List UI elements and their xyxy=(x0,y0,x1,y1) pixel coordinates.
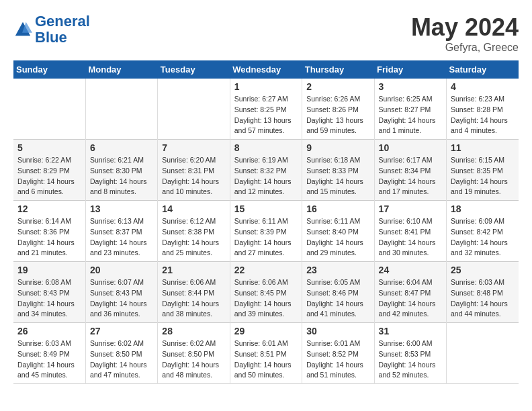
day-info: Sunrise: 6:04 AM Sunset: 8:47 PM Dayligh… xyxy=(379,277,443,320)
day-number: 26 xyxy=(17,326,83,336)
day-number: 2 xyxy=(306,81,371,92)
calendar-cell: 9Sunrise: 6:18 AM Sunset: 8:33 PM Daylig… xyxy=(302,140,374,201)
day-info: Sunrise: 6:03 AM Sunset: 8:49 PM Dayligh… xyxy=(17,338,83,381)
day-info: Sunrise: 6:00 AM Sunset: 8:53 PM Dayligh… xyxy=(379,338,443,381)
calendar-cell: 11Sunrise: 6:15 AM Sunset: 8:35 PM Dayli… xyxy=(447,140,519,201)
calendar-table: SundayMondayTuesdayWednesdayThursdayFrid… xyxy=(13,60,519,384)
day-number: 8 xyxy=(234,142,299,153)
logo-icon xyxy=(13,20,32,39)
column-header-wednesday: Wednesday xyxy=(230,60,302,79)
day-info: Sunrise: 6:20 AM Sunset: 8:31 PM Dayligh… xyxy=(162,155,226,197)
day-number: 19 xyxy=(17,265,83,275)
day-info: Sunrise: 6:14 AM Sunset: 8:36 PM Dayligh… xyxy=(17,216,83,259)
day-number: 5 xyxy=(17,142,83,153)
day-info: Sunrise: 6:15 AM Sunset: 8:35 PM Dayligh… xyxy=(451,155,516,197)
day-info: Sunrise: 6:05 AM Sunset: 8:46 PM Dayligh… xyxy=(306,277,371,320)
week-row-4: 19Sunrise: 6:08 AM Sunset: 8:43 PM Dayli… xyxy=(13,262,519,323)
day-number: 18 xyxy=(451,203,516,214)
day-number: 29 xyxy=(234,326,299,336)
day-number: 21 xyxy=(162,265,226,275)
calendar-cell: 6Sunrise: 6:21 AM Sunset: 8:30 PM Daylig… xyxy=(85,140,157,201)
day-info: Sunrise: 6:19 AM Sunset: 8:32 PM Dayligh… xyxy=(234,155,299,197)
day-info: Sunrise: 6:06 AM Sunset: 8:45 PM Dayligh… xyxy=(234,277,299,320)
week-row-2: 5Sunrise: 6:22 AM Sunset: 8:29 PM Daylig… xyxy=(13,140,519,201)
day-info: Sunrise: 6:22 AM Sunset: 8:29 PM Dayligh… xyxy=(17,155,83,197)
calendar-cell xyxy=(447,323,519,384)
day-number: 1 xyxy=(234,81,299,92)
calendar-cell: 1Sunrise: 6:27 AM Sunset: 8:25 PM Daylig… xyxy=(230,79,302,140)
month-year-title: May 2024 xyxy=(411,13,519,42)
day-number: 6 xyxy=(90,142,154,153)
calendar-cell: 25Sunrise: 6:03 AM Sunset: 8:48 PM Dayli… xyxy=(447,262,519,323)
calendar-cell: 4Sunrise: 6:23 AM Sunset: 8:28 PM Daylig… xyxy=(447,79,519,140)
day-number: 12 xyxy=(17,203,83,214)
title-block: May 2024 Gefyra, Greece xyxy=(411,13,519,54)
day-number: 27 xyxy=(90,326,154,336)
day-info: Sunrise: 6:09 AM Sunset: 8:42 PM Dayligh… xyxy=(451,216,516,259)
calendar-header-row: SundayMondayTuesdayWednesdayThursdayFrid… xyxy=(13,60,519,79)
calendar-cell: 23Sunrise: 6:05 AM Sunset: 8:46 PM Dayli… xyxy=(302,262,374,323)
calendar-cell: 28Sunrise: 6:02 AM Sunset: 8:50 PM Dayli… xyxy=(158,323,230,384)
day-info: Sunrise: 6:23 AM Sunset: 8:28 PM Dayligh… xyxy=(451,94,516,136)
day-number: 3 xyxy=(379,81,443,92)
calendar-cell: 31Sunrise: 6:00 AM Sunset: 8:53 PM Dayli… xyxy=(374,323,446,384)
location-subtitle: Gefyra, Greece xyxy=(411,42,519,54)
calendar-cell: 18Sunrise: 6:09 AM Sunset: 8:42 PM Dayli… xyxy=(447,201,519,262)
column-header-sunday: Sunday xyxy=(13,60,85,79)
calendar-cell: 13Sunrise: 6:13 AM Sunset: 8:37 PM Dayli… xyxy=(85,201,157,262)
week-row-3: 12Sunrise: 6:14 AM Sunset: 8:36 PM Dayli… xyxy=(13,201,519,262)
calendar-cell: 16Sunrise: 6:11 AM Sunset: 8:40 PM Dayli… xyxy=(302,201,374,262)
calendar-cell: 12Sunrise: 6:14 AM Sunset: 8:36 PM Dayli… xyxy=(13,201,85,262)
calendar-cell xyxy=(158,79,230,140)
calendar-cell: 20Sunrise: 6:07 AM Sunset: 8:43 PM Dayli… xyxy=(85,262,157,323)
calendar-cell: 15Sunrise: 6:11 AM Sunset: 8:39 PM Dayli… xyxy=(230,201,302,262)
calendar-cell: 7Sunrise: 6:20 AM Sunset: 8:31 PM Daylig… xyxy=(158,140,230,201)
day-info: Sunrise: 6:21 AM Sunset: 8:30 PM Dayligh… xyxy=(90,155,154,197)
day-info: Sunrise: 6:01 AM Sunset: 8:51 PM Dayligh… xyxy=(234,338,299,381)
calendar-cell: 22Sunrise: 6:06 AM Sunset: 8:45 PM Dayli… xyxy=(230,262,302,323)
calendar-cell: 17Sunrise: 6:10 AM Sunset: 8:41 PM Dayli… xyxy=(374,201,446,262)
calendar-cell: 14Sunrise: 6:12 AM Sunset: 8:38 PM Dayli… xyxy=(158,201,230,262)
day-info: Sunrise: 6:07 AM Sunset: 8:43 PM Dayligh… xyxy=(90,277,154,320)
day-info: Sunrise: 6:11 AM Sunset: 8:40 PM Dayligh… xyxy=(306,216,371,259)
week-row-1: 1Sunrise: 6:27 AM Sunset: 8:25 PM Daylig… xyxy=(13,79,519,140)
day-number: 10 xyxy=(379,142,443,153)
day-info: Sunrise: 6:17 AM Sunset: 8:34 PM Dayligh… xyxy=(379,155,443,197)
day-number: 25 xyxy=(451,265,516,275)
day-info: Sunrise: 6:11 AM Sunset: 8:39 PM Dayligh… xyxy=(234,216,299,259)
day-info: Sunrise: 6:06 AM Sunset: 8:44 PM Dayligh… xyxy=(162,277,226,320)
day-info: Sunrise: 6:27 AM Sunset: 8:25 PM Dayligh… xyxy=(234,94,299,136)
day-info: Sunrise: 6:03 AM Sunset: 8:48 PM Dayligh… xyxy=(451,277,516,320)
day-number: 14 xyxy=(162,203,226,214)
calendar-cell: 19Sunrise: 6:08 AM Sunset: 8:43 PM Dayli… xyxy=(13,262,85,323)
day-number: 11 xyxy=(451,142,516,153)
day-info: Sunrise: 6:25 AM Sunset: 8:27 PM Dayligh… xyxy=(379,94,443,136)
day-number: 30 xyxy=(306,326,371,336)
calendar-cell: 8Sunrise: 6:19 AM Sunset: 8:32 PM Daylig… xyxy=(230,140,302,201)
day-number: 13 xyxy=(90,203,154,214)
day-info: Sunrise: 6:02 AM Sunset: 8:50 PM Dayligh… xyxy=(162,338,226,381)
logo: General Blue xyxy=(13,13,90,46)
calendar-cell: 5Sunrise: 6:22 AM Sunset: 8:29 PM Daylig… xyxy=(13,140,85,201)
calendar-cell: 10Sunrise: 6:17 AM Sunset: 8:34 PM Dayli… xyxy=(374,140,446,201)
day-info: Sunrise: 6:13 AM Sunset: 8:37 PM Dayligh… xyxy=(90,216,154,259)
day-info: Sunrise: 6:18 AM Sunset: 8:33 PM Dayligh… xyxy=(306,155,371,197)
day-info: Sunrise: 6:26 AM Sunset: 8:26 PM Dayligh… xyxy=(306,94,371,136)
day-number: 22 xyxy=(234,265,299,275)
page-header: General Blue May 2024 Gefyra, Greece xyxy=(13,13,519,54)
day-number: 20 xyxy=(90,265,154,275)
calendar-cell: 30Sunrise: 6:01 AM Sunset: 8:52 PM Dayli… xyxy=(302,323,374,384)
calendar-cell xyxy=(85,79,157,140)
column-header-monday: Monday xyxy=(85,60,157,79)
day-info: Sunrise: 6:02 AM Sunset: 8:50 PM Dayligh… xyxy=(90,338,154,381)
day-info: Sunrise: 6:08 AM Sunset: 8:43 PM Dayligh… xyxy=(17,277,83,320)
day-number: 15 xyxy=(234,203,299,214)
day-number: 17 xyxy=(379,203,443,214)
day-number: 24 xyxy=(379,265,443,275)
calendar-cell: 24Sunrise: 6:04 AM Sunset: 8:47 PM Dayli… xyxy=(374,262,446,323)
day-info: Sunrise: 6:12 AM Sunset: 8:38 PM Dayligh… xyxy=(162,216,226,259)
calendar-cell: 26Sunrise: 6:03 AM Sunset: 8:49 PM Dayli… xyxy=(13,323,85,384)
day-info: Sunrise: 6:01 AM Sunset: 8:52 PM Dayligh… xyxy=(306,338,371,381)
column-header-saturday: Saturday xyxy=(447,60,519,79)
calendar-cell: 21Sunrise: 6:06 AM Sunset: 8:44 PM Dayli… xyxy=(158,262,230,323)
